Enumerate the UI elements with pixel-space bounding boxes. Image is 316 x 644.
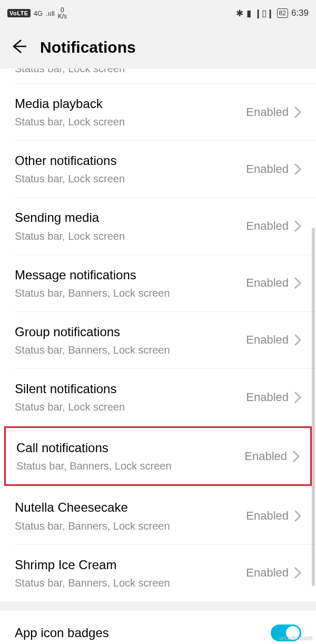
battery-percent: 82 bbox=[277, 8, 288, 18]
row-subtitle: Status bar, Banners, Lock screen bbox=[16, 459, 244, 473]
highlight-call-notifications: Call notifications Status bar, Banners, … bbox=[4, 426, 312, 486]
chevron-right-icon bbox=[294, 391, 301, 404]
battery-small-icon: ▮ bbox=[246, 8, 251, 19]
row-media-playback[interactable]: Media playback Status bar, Lock screen E… bbox=[0, 84, 316, 140]
row-nutella-cheesecake[interactable]: Nutella Cheesecake Status bar, Banners, … bbox=[0, 487, 316, 544]
row-status: Enabled bbox=[246, 391, 289, 404]
chevron-right-icon bbox=[294, 567, 301, 579]
row-subtitle: Status bar, Banners, Lock screen bbox=[15, 286, 246, 300]
row-subtitle: Status bar, Lock screen bbox=[15, 115, 246, 129]
row-title: App icon badges bbox=[15, 625, 271, 641]
row-status: Enabled bbox=[246, 162, 289, 176]
row-title: Nutella Cheesecake bbox=[15, 499, 246, 515]
row-subtitle: Status bar, Lock screen bbox=[15, 229, 246, 243]
chevron-right-icon bbox=[294, 334, 301, 346]
row-title: Call notifications bbox=[16, 440, 244, 456]
network-type: 4G bbox=[34, 9, 43, 17]
partial-row-subtitle: Status bar, Lock screen bbox=[0, 69, 316, 83]
chevron-right-icon bbox=[294, 277, 301, 289]
chevron-right-icon bbox=[294, 220, 301, 232]
row-title: Silent notifications bbox=[15, 380, 246, 397]
row-title: Shrimp Ice Cream bbox=[15, 557, 246, 573]
page-title: Notifications bbox=[40, 38, 136, 56]
row-call-notifications[interactable]: Call notifications Status bar, Banners, … bbox=[6, 428, 310, 484]
chevron-right-icon bbox=[294, 106, 301, 119]
chevron-right-icon bbox=[292, 450, 300, 463]
row-subtitle: Status bar, Banners, Lock screen bbox=[15, 576, 246, 590]
row-silent-notifications[interactable]: Silent notifications Status bar, Lock sc… bbox=[0, 369, 316, 425]
row-subtitle: Status bar, Lock screen bbox=[15, 400, 246, 414]
row-status: Enabled bbox=[246, 509, 289, 523]
row-title: Other notifications bbox=[15, 152, 246, 169]
row-title: Sending media bbox=[15, 209, 246, 226]
row-subtitle: Status bar, Lock screen bbox=[15, 172, 246, 186]
back-icon[interactable] bbox=[11, 38, 27, 57]
row-status: Enabled bbox=[246, 219, 289, 233]
chevron-right-icon bbox=[294, 510, 301, 522]
status-left: VoLTE 4G .ııll 0K/s bbox=[7, 7, 67, 19]
row-status: Enabled bbox=[246, 105, 289, 119]
row-subtitle: Status bar, Banners, Lock screen bbox=[15, 519, 246, 533]
data-speed: 0K/s bbox=[58, 7, 67, 19]
row-title: Group notifications bbox=[15, 324, 246, 340]
app-bar: Notifications bbox=[0, 26, 316, 69]
scrollbar[interactable] bbox=[312, 228, 315, 586]
clock: 6:39 bbox=[291, 8, 309, 18]
bluetooth-icon: ✱ bbox=[236, 8, 243, 19]
row-message-notifications[interactable]: Message notifications Status bar, Banner… bbox=[0, 255, 316, 311]
chevron-right-icon bbox=[294, 163, 301, 175]
row-status: Enabled bbox=[244, 450, 287, 463]
row-subtitle: Status bar, Banners, Lock screen bbox=[15, 343, 246, 357]
row-sending-media[interactable]: Sending media Status bar, Lock screen En… bbox=[0, 198, 316, 254]
volte-badge: VoLTE bbox=[7, 9, 31, 17]
status-right: ✱ ▮ ❙▯❙ 82 6:39 bbox=[236, 8, 309, 19]
watermark: wsxdn.com bbox=[279, 635, 313, 642]
vibrate-icon: ❙▯❙ bbox=[254, 8, 274, 19]
row-status: Enabled bbox=[246, 566, 289, 580]
row-other-notifications[interactable]: Other notifications Status bar, Lock scr… bbox=[0, 141, 316, 197]
row-app-icon-badges[interactable]: App icon badges bbox=[0, 611, 316, 644]
row-group-notifications[interactable]: Group notifications Status bar, Banners,… bbox=[0, 312, 316, 368]
row-status: Enabled bbox=[246, 333, 289, 347]
row-status: Enabled bbox=[246, 276, 289, 290]
signal-strength-icon: .ııll bbox=[46, 9, 55, 17]
row-title: Media playback bbox=[15, 95, 246, 112]
settings-list: Media playback Status bar, Lock screen E… bbox=[0, 84, 316, 601]
content: Status bar, Lock screen Media playback S… bbox=[0, 69, 316, 644]
section-gap bbox=[0, 601, 316, 611]
row-title: Message notifications bbox=[15, 267, 246, 283]
row-shrimp-ice-cream[interactable]: Shrimp Ice Cream Status bar, Banners, Lo… bbox=[0, 545, 316, 601]
status-bar: VoLTE 4G .ııll 0K/s ✱ ▮ ❙▯❙ 82 6:39 bbox=[0, 0, 316, 26]
